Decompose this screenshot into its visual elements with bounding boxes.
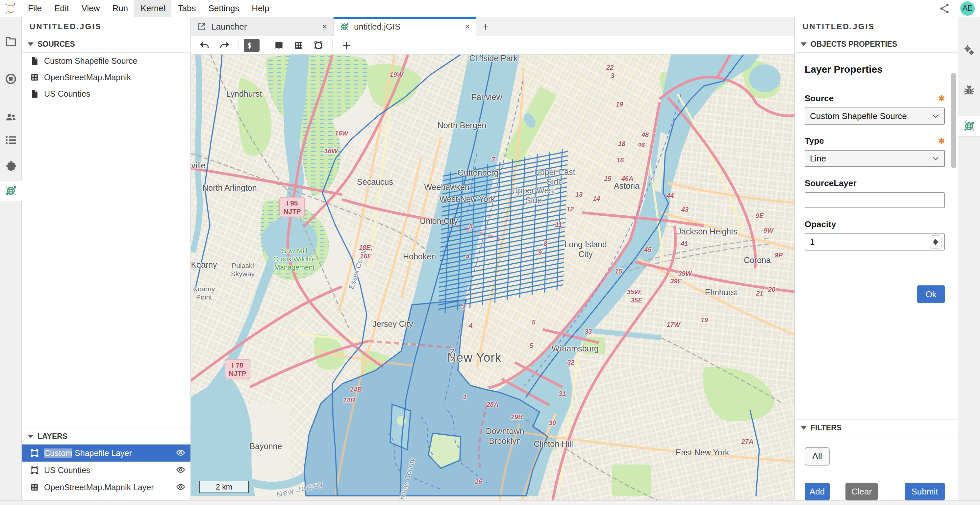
menu-kernel[interactable]: Kernel	[134, 0, 172, 17]
map-label: Guttenberg	[457, 168, 498, 178]
right-panel-title: UNTITLED.JGIS	[795, 17, 958, 36]
menu-tabs[interactable]: Tabs	[172, 0, 202, 17]
map-label: North Bergen	[438, 121, 487, 130]
clear-button[interactable]: Clear	[845, 483, 878, 500]
globe-icon	[339, 22, 349, 32]
layer-item-label: OpenStreetMap.Mapnik Layer	[44, 483, 154, 492]
source-item-label: US Counties	[44, 89, 90, 98]
add-tab-button[interactable]: +	[476, 17, 495, 36]
raster-icon	[30, 72, 40, 82]
road-shield-label: 15	[604, 175, 611, 183]
new-vector-layer-button[interactable]	[310, 38, 327, 53]
road-shield-label: 16W	[324, 147, 337, 155]
menu-help[interactable]: Help	[245, 0, 275, 17]
console-toggle-button[interactable]: $_	[244, 39, 259, 52]
map-label: Fairview	[471, 92, 502, 102]
property-inspector-icon[interactable]	[958, 40, 980, 61]
layer-visibility-eye-icon[interactable]	[175, 465, 186, 475]
share-icon[interactable]	[939, 3, 950, 14]
source-item[interactable]: Custom Shapefile Source	[22, 52, 191, 69]
highway-shield: I 95 NJTP	[279, 197, 305, 217]
source-item[interactable]: US Counties	[22, 86, 191, 102]
map-label: Upper East Side	[534, 167, 575, 187]
extension-manager-icon[interactable]	[0, 155, 21, 176]
map-label: New Jersey	[276, 479, 325, 500]
road-shield-label: 2	[450, 348, 454, 356]
layer-item[interactable]: Custom Shapefile Layer	[22, 445, 191, 462]
road-shield-label: 14B	[350, 386, 362, 394]
menu-view[interactable]: View	[75, 0, 106, 17]
map-label: Jersey City	[372, 319, 413, 329]
file-browser-icon[interactable]	[0, 30, 21, 51]
new-raster-layer-button[interactable]	[290, 38, 307, 53]
add-button[interactable]: Add	[805, 483, 830, 500]
road-shield-label: 15	[615, 268, 622, 276]
user-avatar[interactable]: AE	[960, 1, 975, 16]
layer-visibility-eye-icon[interactable]	[175, 448, 186, 458]
menu-settings[interactable]: Settings	[202, 0, 245, 17]
chevron-down-icon	[931, 154, 940, 163]
tab-close-icon[interactable]: ×	[465, 21, 470, 32]
map-label: Corona	[744, 256, 771, 265]
source-item-label: OpenStreetMap.Mapnik	[44, 73, 131, 82]
redo-button[interactable]	[216, 38, 233, 53]
right-activity-bar	[958, 17, 980, 500]
jupytergis-panel-icon[interactable]	[0, 180, 22, 201]
road-shield-label: 27A	[741, 438, 754, 446]
tab-launcher[interactable]: Launcher×	[191, 17, 334, 36]
debugger-icon[interactable]	[958, 79, 980, 101]
menu-edit[interactable]: Edit	[48, 0, 75, 17]
layer-visibility-eye-icon[interactable]	[175, 482, 186, 492]
layer-item-label: Custom Shapefile Layer	[44, 448, 132, 458]
source-item-label: Custom Shapefile Source	[44, 56, 137, 66]
tab-untitled-jgis[interactable]: untitled.jGIS×	[334, 17, 476, 36]
map-label: Upper West Side	[512, 186, 555, 205]
road-shield-label: 18	[618, 140, 625, 148]
submit-button[interactable]: Submit	[905, 483, 945, 500]
source-item[interactable]: OpenStreetMap.Mapnik	[22, 69, 191, 86]
left-panel-bottom	[22, 496, 191, 500]
right-panel-scrollbar[interactable]	[951, 73, 956, 168]
form-fields: Source✱Custom Shapefile SourceType✱LineS…	[805, 94, 945, 262]
jupyter-logo-icon	[0, 0, 22, 17]
form-heading: Layer Properties	[805, 64, 945, 75]
chevron-down-icon	[931, 111, 940, 121]
jupytergis-panel-icon[interactable]	[958, 116, 980, 137]
undo-button[interactable]	[196, 38, 213, 53]
add-layer-button[interactable]	[338, 38, 355, 53]
sourcelayer-input[interactable]	[805, 192, 945, 208]
filter-scope-select[interactable]: All	[805, 447, 830, 465]
menu-file[interactable]: File	[22, 0, 48, 17]
collaboration-icon[interactable]	[0, 106, 21, 127]
road-shield-label: 21	[756, 290, 763, 297]
road-shield-label: 33	[585, 328, 592, 336]
toolbar-separator	[265, 40, 265, 51]
menu-run[interactable]: Run	[106, 0, 135, 17]
open-symbology-button[interactable]	[270, 38, 288, 53]
road-shield-label: 43	[681, 206, 689, 214]
ok-button[interactable]: Ok	[917, 285, 945, 303]
required-asterisk-icon: ✱	[938, 137, 945, 146]
layer-item[interactable]: OpenStreetMap.Mapnik Layer	[22, 479, 191, 496]
road-shield-label: 46	[638, 141, 645, 149]
selected-text: Custom	[44, 448, 72, 458]
table-of-contents-icon[interactable]	[0, 130, 21, 151]
objects-properties-header[interactable]: OBJECTS PROPERTIES	[795, 36, 958, 52]
layers-section-header[interactable]: LAYERS	[22, 428, 191, 445]
tab-close-icon[interactable]: ×	[322, 21, 327, 32]
filters-section-header[interactable]: FILTERS	[795, 419, 958, 436]
field-label-row: SourceLayer	[805, 178, 945, 188]
map-label: Hoboken	[403, 252, 436, 262]
source-select[interactable]: Custom Shapefile Source	[805, 108, 945, 125]
type-select[interactable]: Line	[805, 150, 945, 167]
road-shield-label: 22	[606, 64, 614, 71]
layer-item[interactable]: US Counties	[22, 462, 191, 479]
map-label: Saw Mill Creek Wildlife Management	[273, 247, 316, 271]
running-kernels-icon[interactable]	[0, 68, 21, 89]
map-label: Elmhurst	[705, 288, 738, 297]
number-spinner[interactable]	[930, 235, 942, 249]
map-canvas[interactable]: Cliffside ParkLyndhurstFairviewNorth Ber…	[191, 55, 794, 500]
tab-label: untitled.jGIS	[354, 22, 401, 32]
opacity-input[interactable]: 1	[805, 233, 945, 251]
sources-section-header[interactable]: SOURCES	[22, 36, 191, 52]
